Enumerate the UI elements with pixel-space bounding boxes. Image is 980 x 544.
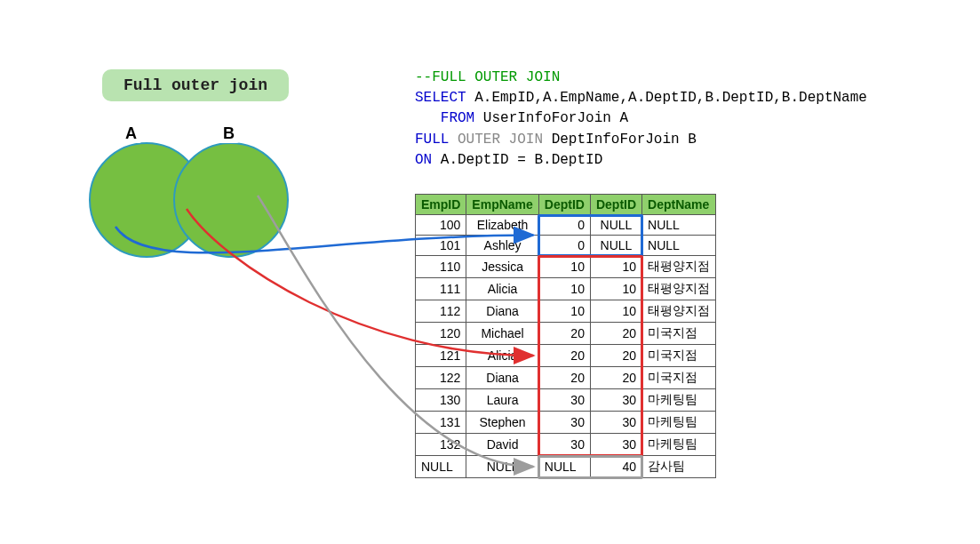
venn-diagram: A B xyxy=(80,124,311,276)
cell-bdeptid: 30 xyxy=(590,412,641,434)
cell-deptname: 태평양지점 xyxy=(642,256,716,278)
cell-empname: Diana xyxy=(466,300,538,323)
sql-code-block: --FULL OUTER JOIN SELECT A.EmpID,A.EmpNa… xyxy=(415,68,867,171)
result-table: EmpID EmpName DeptID DeptID DeptName 100… xyxy=(415,194,716,478)
result-table-wrap: EmpID EmpName DeptID DeptID DeptName 100… xyxy=(415,194,716,478)
table-row: 132David3030마케팅팀 xyxy=(416,434,716,456)
cell-adeptid: 0 xyxy=(538,236,590,256)
cell-empname: Jessica xyxy=(466,256,538,278)
cell-adeptid: 20 xyxy=(538,345,590,367)
cell-adeptid: 30 xyxy=(538,389,590,412)
venn-label-a: A xyxy=(120,124,142,143)
cell-deptname: 감사팀 xyxy=(642,456,716,478)
cell-empname: Alicia xyxy=(466,345,538,367)
cell-empid: 131 xyxy=(416,412,466,434)
table-head: EmpID EmpName DeptID DeptID DeptName xyxy=(416,195,716,215)
cell-deptname: 미국지점 xyxy=(642,345,716,367)
table-row: 111Alicia1010태평양지점 xyxy=(416,278,716,300)
table-row: 130Laura3030마케팅팀 xyxy=(416,389,716,412)
venn-label-b: B xyxy=(218,124,240,143)
cell-deptname: 마케팅팀 xyxy=(642,389,716,412)
cell-empname: Alicia xyxy=(466,278,538,300)
cell-adeptid: NULL xyxy=(538,456,590,478)
cell-empid: 130 xyxy=(416,389,466,412)
cell-empid: 100 xyxy=(416,215,466,236)
cell-empid: 132 xyxy=(416,434,466,456)
kw-on: ON xyxy=(415,152,432,168)
table-row: 110Jessica1010태평양지점 xyxy=(416,256,716,278)
cell-empname: Ashley xyxy=(466,236,538,256)
table-row: 100Elizabeth0NULLNULL xyxy=(416,215,716,236)
cell-empname: NULL xyxy=(466,456,538,478)
cell-bdeptid: 20 xyxy=(590,323,641,345)
kw-select: SELECT xyxy=(415,90,466,106)
table-row: 131Stephen3030마케팅팀 xyxy=(416,412,716,434)
cell-empname: Elizabeth xyxy=(466,215,538,236)
cell-adeptid: 20 xyxy=(538,323,590,345)
cell-empname: David xyxy=(466,434,538,456)
cell-bdeptid: 30 xyxy=(590,389,641,412)
cell-empname: Stephen xyxy=(466,412,538,434)
cell-adeptid: 0 xyxy=(538,215,590,236)
diagram-title: Full outer join xyxy=(102,69,289,101)
cell-adeptid: 10 xyxy=(538,300,590,323)
col-b-deptid: DeptID xyxy=(590,195,641,215)
table-row: 122Diana2020미국지점 xyxy=(416,367,716,389)
cell-bdeptid: 10 xyxy=(590,300,641,323)
header-row: EmpID EmpName DeptID DeptID DeptName xyxy=(416,195,716,215)
col-deptname: DeptName xyxy=(642,195,716,215)
cell-empname: Laura xyxy=(466,389,538,412)
kw-join: JOIN xyxy=(500,132,543,148)
cell-bdeptid: 10 xyxy=(590,256,641,278)
table-row: 120Michael2020미국지점 xyxy=(416,323,716,345)
table-row: 121Alicia2020미국지점 xyxy=(416,345,716,367)
kw-full: FULL xyxy=(415,132,449,148)
cell-deptname: 마케팅팀 xyxy=(642,434,716,456)
cell-bdeptid: 10 xyxy=(590,278,641,300)
cell-empid: 122 xyxy=(416,367,466,389)
cell-adeptid: 30 xyxy=(538,434,590,456)
cell-deptname: 태평양지점 xyxy=(642,300,716,323)
select-columns: A.EmpID,A.EmpName,A.DeptID,B.DeptID,B.De… xyxy=(466,90,867,106)
on-condition: A.DeptID = B.DeptID xyxy=(432,152,602,168)
cell-empid: 110 xyxy=(416,256,466,278)
table-body: 100Elizabeth0NULLNULL101Ashley0NULLNULL1… xyxy=(416,215,716,478)
cell-bdeptid: NULL xyxy=(590,215,641,236)
cell-adeptid: 20 xyxy=(538,367,590,389)
cell-empid: 120 xyxy=(416,323,466,345)
table-row: NULLNULLNULL40감사팀 xyxy=(416,456,716,478)
cell-bdeptid: NULL xyxy=(590,236,641,256)
cell-empid: 111 xyxy=(416,278,466,300)
cell-empid: 121 xyxy=(416,345,466,367)
cell-bdeptid: 40 xyxy=(590,456,641,478)
code-comment: --FULL OUTER JOIN xyxy=(415,69,560,85)
cell-deptname: NULL xyxy=(642,236,716,256)
col-empid: EmpID xyxy=(416,195,466,215)
join-table: DeptInfoForJoin B xyxy=(543,132,697,148)
cell-deptname: NULL xyxy=(642,215,716,236)
col-a-deptid: DeptID xyxy=(538,195,590,215)
kw-from: FROM xyxy=(441,110,474,126)
cell-deptname: 미국지점 xyxy=(642,367,716,389)
cell-empid: 112 xyxy=(416,300,466,323)
cell-adeptid: 10 xyxy=(538,256,590,278)
venn-circle-b xyxy=(173,142,289,258)
cell-deptname: 미국지점 xyxy=(642,323,716,345)
cell-bdeptid: 30 xyxy=(590,434,641,456)
cell-deptname: 태평양지점 xyxy=(642,278,716,300)
cell-empname: Diana xyxy=(466,367,538,389)
from-table: UserInfoForJoin A xyxy=(474,110,628,126)
table-row: 101Ashley0NULLNULL xyxy=(416,236,716,256)
cell-empname: Michael xyxy=(466,323,538,345)
cell-empid: 101 xyxy=(416,236,466,256)
col-empname: EmpName xyxy=(466,195,538,215)
kw-outer: OUTER xyxy=(449,132,500,148)
cell-adeptid: 10 xyxy=(538,278,590,300)
table-row: 112Diana1010태평양지점 xyxy=(416,300,716,323)
cell-deptname: 마케팅팀 xyxy=(642,412,716,434)
cell-bdeptid: 20 xyxy=(590,345,641,367)
cell-empid: NULL xyxy=(416,456,466,478)
cell-adeptid: 30 xyxy=(538,412,590,434)
cell-bdeptid: 20 xyxy=(590,367,641,389)
